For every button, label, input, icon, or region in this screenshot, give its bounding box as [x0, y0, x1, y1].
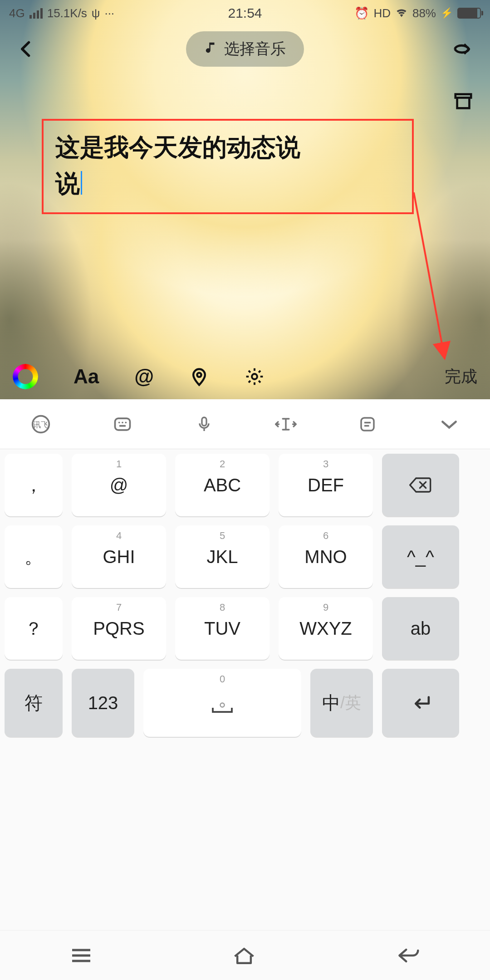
nav-recent-button[interactable] — [70, 946, 92, 965]
key-5-jkl[interactable]: 5JKL — [175, 525, 270, 588]
status-bar: 4G 15.1K/s ψ ··· 21:54 ⏰ HD 88% ⚡ — [0, 0, 490, 26]
settings-button[interactable] — [245, 367, 265, 387]
ime-keyboard: 讯飞 ， 1@ 2ABC 3DEF — [0, 399, 490, 930]
svg-point-2 — [252, 374, 257, 379]
key-6-mno[interactable]: 6MNO — [279, 525, 373, 588]
post-text-line1: 这是我今天发的动态说 — [55, 129, 400, 165]
key-numbers[interactable]: 123 — [72, 669, 134, 737]
svg-line-0 — [414, 192, 445, 358]
signal-icon — [29, 8, 43, 19]
music-icon — [204, 40, 218, 58]
svg-rect-5 — [115, 418, 130, 430]
key-9-wxyz[interactable]: 9WXYZ — [279, 597, 373, 660]
keyboard-layout-button[interactable] — [110, 412, 135, 437]
done-button[interactable]: 完成 — [445, 366, 477, 388]
key-2-abc[interactable]: 2ABC — [175, 454, 270, 516]
key-4-ghi[interactable]: 4GHI — [72, 525, 166, 588]
color-picker-button[interactable] — [13, 364, 38, 389]
ime-logo-button[interactable]: 讯飞 — [28, 412, 54, 437]
choose-music-button[interactable]: 选择音乐 — [186, 31, 304, 67]
battery-percent: 88% — [412, 6, 436, 20]
network-type: 4G — [9, 6, 25, 20]
key-space[interactable]: 0 — [143, 669, 301, 737]
nav-home-button[interactable] — [232, 946, 256, 965]
key-question[interactable]: ？ — [5, 597, 63, 660]
text-caret — [81, 171, 82, 195]
post-text-line2: 说 — [55, 170, 80, 197]
more-icon: ··· — [104, 6, 114, 20]
svg-point-1 — [197, 373, 201, 377]
keyboard-toolbar: 讯飞 — [0, 399, 490, 449]
editor-toolbar: Aa @ 完成 — [0, 354, 490, 399]
svg-point-6 — [118, 421, 120, 423]
svg-rect-10 — [202, 417, 206, 426]
editor-header: 选择音乐 — [0, 26, 490, 72]
hd-icon: HD — [373, 6, 391, 20]
key-emoji[interactable]: ^_^ — [382, 525, 459, 588]
location-button[interactable] — [189, 367, 209, 387]
share-button[interactable] — [451, 38, 474, 60]
cursor-move-button[interactable] — [273, 412, 299, 437]
clipboard-button[interactable] — [355, 412, 380, 437]
key-dot[interactable]: 。 — [5, 525, 63, 588]
system-nav-bar — [0, 930, 490, 980]
key-language-toggle[interactable]: 中/英 — [310, 669, 373, 737]
post-editor: 4G 15.1K/s ψ ··· 21:54 ⏰ HD 88% ⚡ — [0, 0, 490, 399]
alarm-icon: ⏰ — [354, 6, 369, 20]
key-symbols[interactable]: 符 — [5, 669, 63, 737]
svg-rect-11 — [361, 418, 374, 431]
choose-music-label: 选择音乐 — [224, 39, 286, 59]
nav-back-button[interactable] — [396, 946, 420, 965]
key-comma[interactable]: ， — [5, 454, 63, 516]
key-1-at[interactable]: 1@ — [72, 454, 166, 516]
wifi-icon — [395, 6, 408, 20]
key-3-def[interactable]: 3DEF — [279, 454, 373, 516]
network-speed: 15.1K/s — [47, 6, 87, 20]
svg-text:讯飞: 讯飞 — [33, 421, 49, 429]
svg-point-14 — [220, 703, 225, 707]
voice-input-button[interactable] — [191, 412, 217, 437]
font-button[interactable]: Aa — [74, 365, 99, 388]
archive-button[interactable] — [453, 91, 474, 113]
battery-icon — [457, 8, 481, 19]
mention-button[interactable]: @ — [134, 365, 154, 388]
usb-icon: ψ — [92, 6, 100, 20]
charging-icon: ⚡ — [441, 7, 453, 19]
svg-point-8 — [125, 421, 127, 423]
key-enter[interactable] — [382, 669, 459, 737]
svg-rect-9 — [119, 425, 126, 426]
key-8-tuv[interactable]: 8TUV — [175, 597, 270, 660]
post-text-input[interactable]: 这是我今天发的动态说 说 — [42, 119, 414, 214]
svg-point-7 — [122, 421, 123, 423]
back-button[interactable] — [16, 39, 36, 59]
collapse-keyboard-button[interactable] — [436, 412, 462, 437]
key-7-pqrs[interactable]: 7PQRS — [72, 597, 166, 660]
clock: 21:54 — [228, 5, 262, 21]
key-ab[interactable]: ab — [382, 597, 459, 660]
key-backspace[interactable] — [382, 454, 459, 516]
